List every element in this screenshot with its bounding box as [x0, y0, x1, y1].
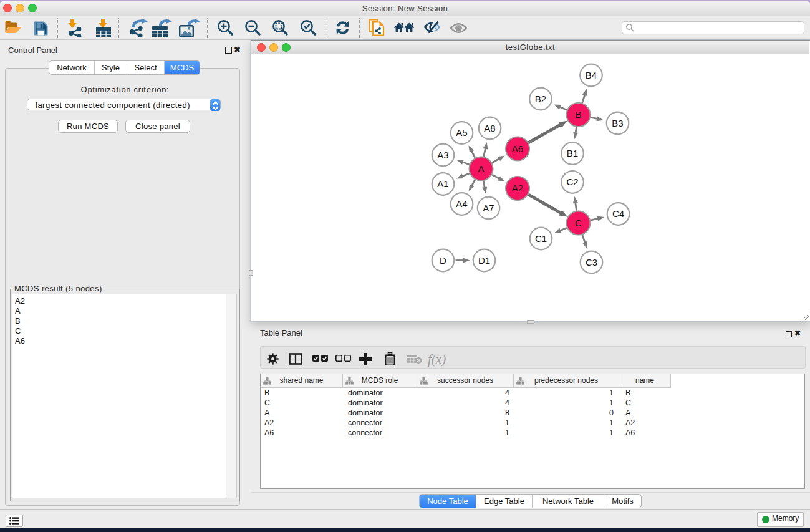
svg-text:A5: A5	[456, 127, 467, 138]
svg-text:B: B	[575, 109, 581, 120]
svg-text:B4: B4	[586, 70, 597, 80]
svg-text:C1: C1	[535, 233, 547, 244]
svg-text:B1: B1	[567, 148, 578, 158]
svg-text:D: D	[440, 255, 446, 266]
svg-text:C3: C3	[586, 257, 597, 268]
svg-text:C: C	[575, 218, 582, 228]
svg-text:C2: C2	[566, 177, 578, 187]
svg-text:A8: A8	[484, 123, 495, 133]
svg-text:B3: B3	[612, 118, 623, 128]
svg-text:A6: A6	[512, 143, 523, 154]
svg-text:A2: A2	[512, 183, 523, 193]
svg-text:A7: A7	[483, 203, 494, 213]
svg-text:C4: C4	[612, 208, 624, 219]
svg-text:A4: A4	[456, 198, 467, 209]
svg-text:A1: A1	[437, 178, 448, 189]
svg-text:B2: B2	[535, 94, 546, 104]
svg-text:A3: A3	[437, 150, 448, 160]
svg-text:D1: D1	[478, 255, 490, 266]
svg-text:A: A	[478, 163, 484, 174]
